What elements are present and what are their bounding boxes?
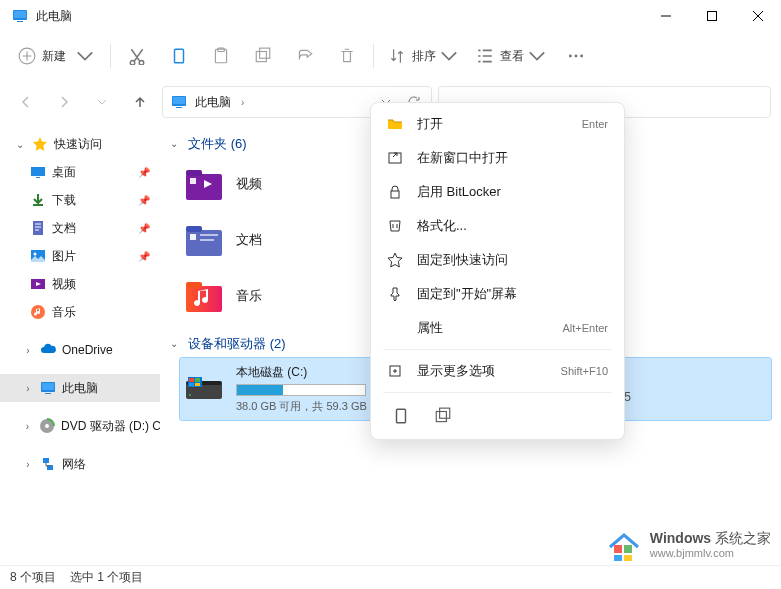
sidebar-dvd[interactable]: › DVD 驱动器 (D:) CP (0, 412, 160, 440)
svg-rect-33 (186, 230, 222, 256)
up-button[interactable] (124, 86, 156, 118)
svg-rect-18 (33, 221, 43, 235)
watermark: Windows 系统之家 www.bjmmlv.com (606, 527, 771, 563)
close-button[interactable] (735, 0, 781, 32)
svg-rect-16 (31, 167, 45, 176)
recent-button[interactable] (86, 86, 118, 118)
ctx-pin-start[interactable]: 固定到"开始"屏幕 (375, 277, 620, 311)
svg-rect-56 (614, 555, 622, 561)
svg-rect-2 (17, 21, 23, 22)
more-icon (387, 363, 403, 379)
svg-point-12 (580, 55, 583, 58)
svg-rect-35 (190, 234, 196, 240)
svg-point-11 (575, 55, 578, 58)
svg-rect-54 (614, 545, 622, 553)
ctx-new-window[interactable]: 在新窗口中打开 (375, 141, 620, 175)
pin-icon: 📌 (138, 251, 150, 262)
svg-rect-17 (36, 177, 40, 178)
pin-icon (387, 286, 403, 302)
lock-icon (387, 184, 403, 200)
sidebar-quick-access[interactable]: ⌄ 快速访问 (0, 130, 160, 158)
drive-icon (184, 369, 224, 409)
sidebar-item-pictures[interactable]: 图片 📌 (0, 242, 160, 270)
svg-point-10 (569, 55, 572, 58)
svg-rect-46 (195, 383, 200, 386)
status-item-count: 8 个项目 (10, 569, 56, 586)
svg-rect-8 (256, 52, 266, 62)
music-icon (30, 304, 46, 320)
chevron-right-icon[interactable]: › (22, 420, 33, 432)
sidebar-item-desktop[interactable]: 桌面 📌 (0, 158, 160, 186)
this-pc-icon (40, 380, 56, 396)
rename-button[interactable] (243, 38, 283, 74)
chevron-down-icon (528, 47, 546, 65)
status-bar: 8 个项目 选中 1 个项目 (0, 565, 781, 589)
sort-button[interactable]: 排序 (380, 38, 466, 74)
minimize-button[interactable] (643, 0, 689, 32)
new-window-icon (387, 150, 403, 166)
copy-button[interactable] (159, 38, 199, 74)
view-button[interactable]: 查看 (468, 38, 554, 74)
pin-icon: 📌 (138, 195, 150, 206)
new-button[interactable]: 新建 (8, 38, 104, 74)
ctx-copy-button[interactable] (383, 401, 419, 431)
sidebar-this-pc[interactable]: › 此电脑 (0, 374, 160, 402)
svg-point-20 (34, 253, 37, 256)
svg-rect-14 (173, 97, 185, 104)
svg-rect-39 (186, 282, 202, 288)
folder-video-icon (184, 164, 224, 204)
folder-documents-icon (184, 220, 224, 260)
svg-rect-15 (176, 107, 182, 108)
svg-rect-53 (440, 408, 450, 418)
sidebar-onedrive[interactable]: › OneDrive (0, 336, 160, 364)
svg-rect-43 (189, 378, 194, 382)
forward-button[interactable] (48, 86, 80, 118)
sidebar-network[interactable]: › 网络 (0, 450, 160, 478)
more-button[interactable] (556, 38, 596, 74)
this-pc-icon (12, 8, 28, 24)
cloud-icon (40, 342, 56, 358)
chevron-right-icon[interactable]: › (22, 344, 34, 356)
svg-rect-32 (190, 178, 196, 184)
svg-rect-34 (186, 226, 202, 232)
sidebar-item-videos[interactable]: 视频 (0, 270, 160, 298)
svg-point-27 (45, 424, 49, 428)
chevron-down-icon[interactable]: ⌄ (14, 138, 26, 150)
picture-icon (30, 248, 46, 264)
folder-open-icon (387, 116, 403, 132)
sidebar-item-downloads[interactable]: 下载 📌 (0, 186, 160, 214)
drive-usage-bar (236, 384, 366, 396)
ctx-rename-button[interactable] (425, 401, 461, 431)
video-icon (30, 276, 46, 292)
chevron-right-icon[interactable]: › (22, 458, 34, 470)
ctx-more-options[interactable]: 显示更多选项 Shift+F10 (375, 354, 620, 388)
cut-button[interactable] (117, 38, 157, 74)
sidebar-item-documents[interactable]: 文档 📌 (0, 214, 160, 242)
chevron-right-icon[interactable]: › (22, 382, 34, 394)
sidebar-item-music[interactable]: 音乐 (0, 298, 160, 326)
star-icon (32, 136, 48, 152)
star-icon (387, 252, 403, 268)
ctx-bitlocker[interactable]: 启用 BitLocker (375, 175, 620, 209)
svg-point-47 (189, 394, 191, 396)
format-icon (387, 218, 403, 234)
paste-button[interactable] (201, 38, 241, 74)
svg-rect-49 (391, 191, 399, 198)
svg-rect-24 (42, 383, 54, 390)
maximize-button[interactable] (689, 0, 735, 32)
svg-rect-31 (186, 170, 202, 176)
chevron-right-icon[interactable]: › (241, 97, 244, 108)
ctx-open[interactable]: 打开 Enter (375, 107, 620, 141)
ctx-properties[interactable]: 属性 Alt+Enter (375, 311, 620, 345)
delete-button[interactable] (327, 38, 367, 74)
pin-icon: 📌 (138, 167, 150, 178)
svg-rect-44 (195, 378, 200, 382)
ctx-format[interactable]: 格式化... (375, 209, 620, 243)
svg-rect-5 (175, 49, 184, 63)
svg-rect-55 (624, 545, 632, 553)
folder-music-icon (184, 276, 224, 316)
back-button[interactable] (10, 86, 42, 118)
share-button[interactable] (285, 38, 325, 74)
ctx-pin-quick[interactable]: 固定到快速访问 (375, 243, 620, 277)
svg-rect-9 (260, 48, 270, 58)
